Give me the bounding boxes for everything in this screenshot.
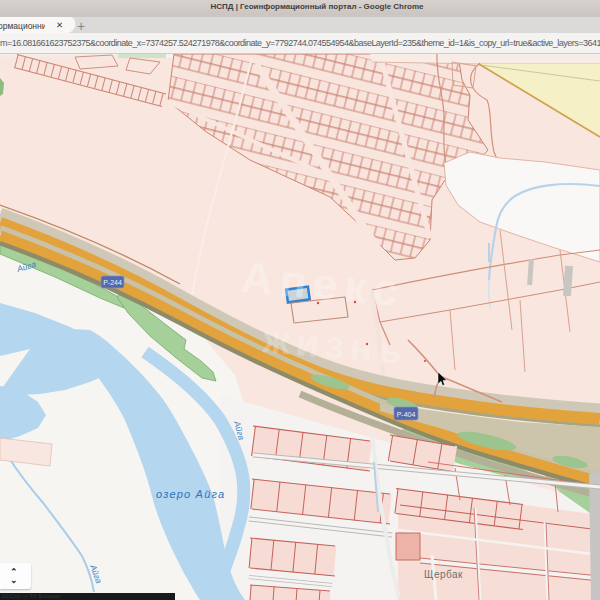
svg-text:Р-244: Р-244: [103, 279, 122, 286]
svg-text:Р-404: Р-404: [397, 411, 416, 418]
svg-text:озеро Айга: озеро Айга: [156, 488, 225, 500]
svg-text:Щербак: Щербак: [424, 569, 463, 580]
